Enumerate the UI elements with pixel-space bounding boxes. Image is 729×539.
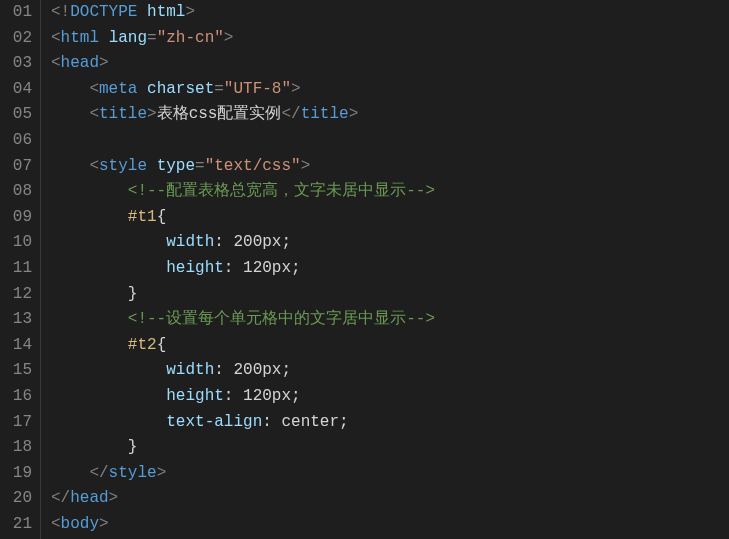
code-line[interactable]: </head> — [51, 486, 435, 512]
token-punct: < — [89, 157, 99, 175]
token-text — [99, 29, 109, 47]
line-number: 16 — [4, 384, 32, 410]
token-punct: < — [89, 105, 99, 123]
token-tag: meta — [99, 80, 137, 98]
token-comment: <!--设置每个单元格中的文字居中显示--> — [128, 310, 435, 328]
code-line[interactable]: } — [51, 282, 435, 308]
token-attr-val: "text/css" — [205, 157, 301, 175]
line-number: 01 — [4, 0, 32, 26]
token-text: : — [262, 413, 281, 431]
code-line[interactable]: height: 120px; — [51, 384, 435, 410]
code-line[interactable]: height: 120px; — [51, 256, 435, 282]
token-punct: > — [109, 489, 119, 507]
token-tag: DOCTYPE — [70, 3, 137, 21]
token-punct: </ — [51, 489, 70, 507]
line-number: 13 — [4, 307, 32, 333]
token-text: 表格css配置实例 — [157, 105, 282, 123]
token-text: : — [224, 259, 243, 277]
token-brace: } — [128, 438, 138, 456]
token-tag: html — [61, 29, 99, 47]
code-line[interactable]: #t1{ — [51, 205, 435, 231]
token-punct: <! — [51, 3, 70, 21]
token-text: : — [224, 387, 243, 405]
token-selector: #t1 — [128, 208, 157, 226]
line-number: 18 — [4, 435, 32, 461]
line-number: 06 — [4, 128, 32, 154]
token-punct: > — [301, 157, 311, 175]
token-selector: #t2 — [128, 336, 157, 354]
token-attr-name: charset — [147, 80, 214, 98]
token-punct: = — [195, 157, 205, 175]
line-number-gutter: 0102030405060708091011121314151617181920… — [0, 0, 41, 539]
token-num: 200px — [233, 361, 281, 379]
token-attr-name: lang — [109, 29, 147, 47]
token-text: ; — [291, 259, 301, 277]
token-num: 120px — [243, 259, 291, 277]
code-line[interactable]: </style> — [51, 461, 435, 487]
token-brace: { — [157, 208, 167, 226]
line-number: 09 — [4, 205, 32, 231]
token-punct: = — [214, 80, 224, 98]
line-number: 04 — [4, 77, 32, 103]
token-punct: < — [89, 80, 99, 98]
token-prop: height — [166, 259, 224, 277]
token-punct: > — [147, 105, 157, 123]
token-text — [137, 80, 147, 98]
token-punct: > — [291, 80, 301, 98]
token-prop: text-align — [166, 413, 262, 431]
token-attr-name: html — [147, 3, 185, 21]
token-punct: </ — [281, 105, 300, 123]
line-number: 03 — [4, 51, 32, 77]
code-line[interactable]: <style type="text/css"> — [51, 154, 435, 180]
token-tag: body — [61, 515, 99, 533]
token-prop: width — [166, 361, 214, 379]
token-brace: { — [157, 336, 167, 354]
token-num: center — [281, 413, 339, 431]
code-line[interactable]: } — [51, 435, 435, 461]
code-line[interactable]: text-align: center; — [51, 410, 435, 436]
code-line[interactable] — [51, 128, 435, 154]
line-number: 11 — [4, 256, 32, 282]
token-prop: height — [166, 387, 224, 405]
code-area[interactable]: <!DOCTYPE html><html lang="zh-cn"><head>… — [41, 0, 435, 539]
line-number: 19 — [4, 461, 32, 487]
line-number: 02 — [4, 26, 32, 52]
line-number: 20 — [4, 486, 32, 512]
line-number: 07 — [4, 154, 32, 180]
code-line[interactable]: <!--配置表格总宽高，文字未居中显示--> — [51, 179, 435, 205]
code-line[interactable]: <body> — [51, 512, 435, 538]
token-tag: title — [99, 105, 147, 123]
code-line[interactable]: <title>表格css配置实例</title> — [51, 102, 435, 128]
token-text: ; — [281, 361, 291, 379]
line-number: 14 — [4, 333, 32, 359]
line-number: 12 — [4, 282, 32, 308]
token-punct: > — [185, 3, 195, 21]
token-attr-name: type — [157, 157, 195, 175]
token-punct: </ — [89, 464, 108, 482]
token-attr-val: "zh-cn" — [157, 29, 224, 47]
token-text: : — [214, 233, 233, 251]
token-text: ; — [291, 387, 301, 405]
token-tag: head — [61, 54, 99, 72]
line-number: 08 — [4, 179, 32, 205]
code-line[interactable]: <head> — [51, 51, 435, 77]
token-brace: } — [128, 285, 138, 303]
token-punct: > — [349, 105, 359, 123]
code-line[interactable]: <!--设置每个单元格中的文字居中显示--> — [51, 307, 435, 333]
token-comment: <!--配置表格总宽高，文字未居中显示--> — [128, 182, 435, 200]
token-punct: < — [51, 515, 61, 533]
token-prop: width — [166, 233, 214, 251]
code-line[interactable]: <meta charset="UTF-8"> — [51, 77, 435, 103]
code-line[interactable]: width: 200px; — [51, 230, 435, 256]
line-number: 17 — [4, 410, 32, 436]
code-line[interactable]: <!DOCTYPE html> — [51, 0, 435, 26]
token-punct: < — [51, 29, 61, 47]
code-line[interactable]: width: 200px; — [51, 358, 435, 384]
code-line[interactable]: #t2{ — [51, 333, 435, 359]
code-line[interactable]: <html lang="zh-cn"> — [51, 26, 435, 52]
token-tag: style — [99, 157, 147, 175]
token-text — [137, 3, 147, 21]
line-number: 10 — [4, 230, 32, 256]
token-tag: head — [70, 489, 108, 507]
token-punct: = — [147, 29, 157, 47]
